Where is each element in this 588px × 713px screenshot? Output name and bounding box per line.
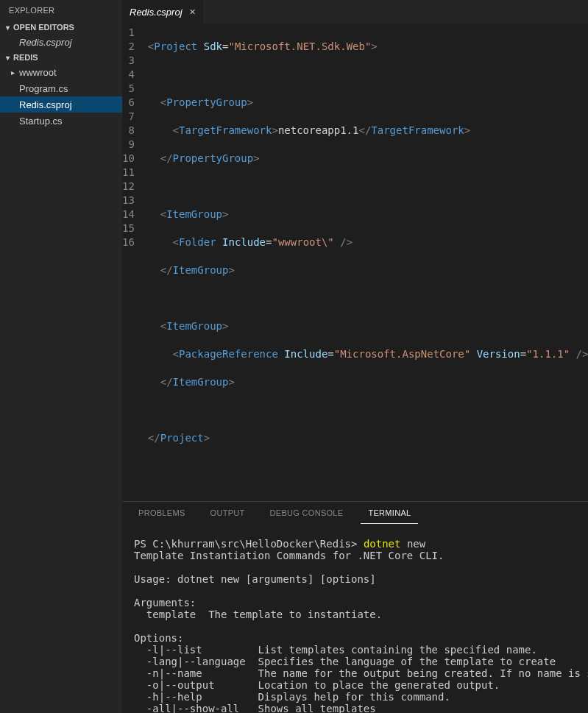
tree-item-label: wwwroot — [18, 67, 57, 78]
tree-file-program[interactable]: Program.cs — [0, 80, 122, 96]
tree-item-label: Redis.csproj — [18, 99, 72, 110]
tree-file-redis-csproj[interactable]: Redis.csproj — [0, 96, 122, 113]
explorer-sidebar: EXPLORER ▾ OPEN EDITORS Redis.csproj ▾ R… — [0, 0, 122, 713]
bottom-panel: PROBLEMS OUTPUT DEBUG CONSOLE TERMINAL P… — [122, 501, 588, 713]
folder-header[interactable]: ▾ REDIS — [0, 51, 122, 64]
close-icon[interactable]: × — [190, 6, 196, 18]
code-content[interactable]: <Project Sdk="Microsoft.NET.Sdk.Web"> <P… — [148, 26, 588, 501]
chevron-down-icon: ▾ — [3, 54, 12, 62]
line-gutter: 1234 5678 9101112 13141516 — [122, 26, 148, 501]
tree-item-label: Program.cs — [18, 83, 68, 94]
explorer-title: EXPLORER — [0, 0, 122, 21]
tab-output[interactable]: OUTPUT — [203, 502, 252, 524]
file-tree: ▸ wwwroot Program.cs Redis.csproj Startu… — [0, 64, 122, 129]
chevron-down-icon: ▾ — [3, 24, 12, 32]
open-editors-header[interactable]: ▾ OPEN EDITORS — [0, 21, 122, 34]
terminal-output[interactable]: PS C:\khurram\src\HelloDocker\Redis> dot… — [122, 524, 588, 713]
editor-tab[interactable]: Redis.csproj × — [122, 0, 203, 24]
tab-terminal[interactable]: TERMINAL — [361, 502, 418, 524]
tree-folder-wwwroot[interactable]: ▸ wwwroot — [0, 64, 122, 80]
chevron-right-icon: ▸ — [7, 68, 18, 77]
editor-area: Redis.csproj × 1234 5678 9101112 1314151… — [122, 0, 588, 713]
code-editor[interactable]: 1234 5678 9101112 13141516 <Project Sdk=… — [122, 24, 588, 501]
panel-tabs: PROBLEMS OUTPUT DEBUG CONSOLE TERMINAL — [122, 502, 588, 524]
tab-title: Redis.csproj — [130, 7, 183, 18]
tab-bar: Redis.csproj × — [122, 0, 588, 24]
tree-file-startup[interactable]: Startup.cs — [0, 113, 122, 129]
tree-item-label: Startup.cs — [18, 116, 63, 127]
open-editor-item[interactable]: Redis.csproj — [0, 34, 122, 51]
open-editors-label: OPEN EDITORS — [13, 23, 74, 32]
tab-problems[interactable]: PROBLEMS — [131, 502, 193, 524]
tab-debug-console[interactable]: DEBUG CONSOLE — [263, 502, 351, 524]
folder-label: REDIS — [13, 53, 38, 62]
